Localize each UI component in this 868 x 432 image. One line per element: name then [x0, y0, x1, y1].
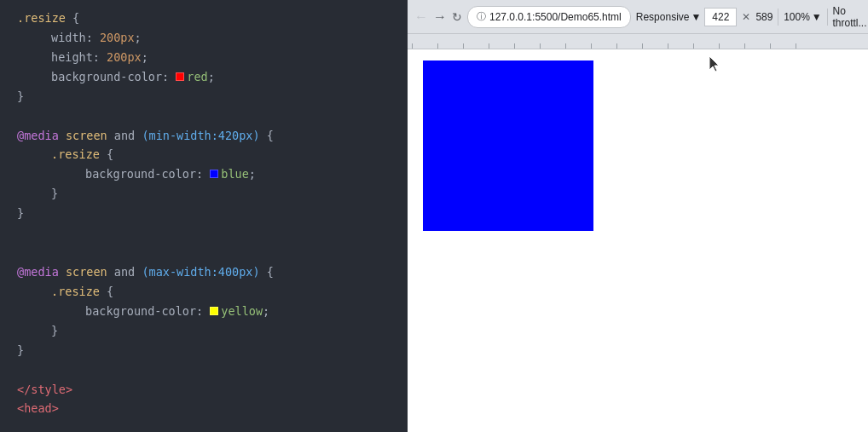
ruler-tick	[489, 43, 514, 49]
code-token: }	[51, 185, 58, 203]
code-token: .resize	[51, 146, 100, 164]
code-token: ;	[142, 49, 148, 66]
ruler-tick	[591, 43, 616, 49]
code-line-17: }	[0, 321, 408, 341]
code-token: background-color:	[85, 302, 210, 320]
code-line-20: </style>	[0, 380, 408, 400]
close-dim-button[interactable]: ✕	[740, 11, 752, 23]
code-token: ;	[249, 165, 256, 183]
code-line-9: background-color: blue;	[0, 164, 408, 184]
code-token: .resize	[51, 283, 100, 301]
code-token: {	[66, 9, 79, 27]
code-token: {	[260, 263, 274, 281]
code-token: blue	[221, 165, 249, 183]
width-input[interactable]	[704, 8, 737, 26]
code-token: ;	[208, 68, 215, 86]
code-line-18: }	[0, 341, 408, 360]
code-line-12	[0, 223, 408, 243]
ruler-tick	[770, 43, 796, 49]
code-token: }	[17, 204, 24, 222]
code-token: background-color:	[85, 165, 210, 183]
code-editor: .resize { width: 200px; height: 200px; b…	[0, 0, 408, 432]
ruler-tick	[796, 43, 821, 49]
code-token: red	[187, 68, 207, 86]
code-token: width:	[51, 29, 100, 47]
code-line-4: background-color: red;	[0, 67, 408, 87]
responsive-dropdown[interactable]: Responsive ▼	[636, 11, 702, 23]
ruler-tick	[514, 43, 540, 49]
zoom-arrow: ▼	[812, 11, 822, 23]
address-bar-wrapper: ⓘ 127.0.0.1:5500/Demo65.html	[467, 6, 631, 28]
back-button[interactable]: ←	[414, 7, 428, 27]
code-token: (min-width:420px)	[142, 127, 259, 145]
code-token: .resize	[17, 9, 66, 27]
code-line-6	[0, 107, 408, 126]
code-token: {	[260, 127, 274, 145]
responsive-dropdown-arrow: ▼	[691, 11, 701, 23]
svg-marker-0	[709, 56, 719, 72]
code-token: }	[51, 322, 58, 340]
preview-area	[408, 49, 868, 432]
color-swatch-blue	[210, 170, 218, 178]
color-swatch-red	[176, 72, 184, 81]
color-swatch-yellow	[210, 307, 218, 315]
throttle-label-text: No throttl...	[833, 5, 868, 29]
browser-panel: ← → ↻ ⓘ 127.0.0.1:5500/Demo65.html Respo…	[408, 0, 868, 432]
url-display[interactable]: 127.0.0.1:5500/Demo65.html	[489, 11, 622, 23]
code-token: height:	[51, 49, 107, 66]
separator	[778, 9, 778, 26]
code-token: ;	[263, 302, 269, 320]
code-token: }	[17, 342, 24, 360]
code-token: and	[114, 263, 135, 281]
code-token: 200px	[107, 49, 142, 66]
code-line-5: }	[0, 87, 408, 107]
code-line-1: .resize {	[0, 9, 408, 28]
code-token: @media	[17, 263, 59, 281]
ruler-tick	[668, 43, 693, 49]
separator2	[827, 9, 828, 26]
code-token: @media	[17, 127, 59, 145]
preview-blue-box	[423, 60, 593, 231]
code-line-3: height: 200px;	[0, 48, 408, 67]
forward-button[interactable]: →	[433, 7, 447, 27]
ruler-ticks	[408, 34, 821, 49]
info-icon: ⓘ	[477, 10, 486, 23]
browser-toolbar: ← → ↻ ⓘ 127.0.0.1:5500/Demo65.html Respo…	[408, 0, 868, 34]
code-token: }	[17, 88, 24, 106]
code-token: yellow	[221, 302, 263, 320]
zoom-dropdown[interactable]: 100% ▼	[784, 11, 822, 23]
ruler-tick	[642, 43, 668, 49]
code-token	[59, 263, 66, 281]
code-token: screen	[66, 127, 107, 145]
ruler-tick	[565, 43, 591, 49]
code-line-14: @media screen and (max-width:400px) {	[0, 262, 408, 282]
code-token	[59, 127, 66, 145]
ruler-tick	[437, 43, 463, 49]
ruler-tick	[616, 43, 642, 49]
code-token: ;	[135, 29, 142, 47]
code-token	[107, 127, 114, 145]
code-token: 200px	[100, 29, 135, 47]
reload-button[interactable]: ↻	[452, 7, 462, 27]
code-token	[107, 263, 114, 281]
code-line-19	[0, 360, 408, 380]
code-token: {	[100, 146, 113, 164]
throttle-dropdown[interactable]: No throttl... ▼	[833, 5, 869, 29]
code-token: </style>	[17, 381, 72, 399]
code-line-10: }	[0, 184, 408, 204]
responsive-controls: Responsive ▼ ✕ 589 100% ▼ No throttl... …	[636, 5, 868, 29]
code-line-7: @media screen and (min-width:420px) {	[0, 126, 408, 146]
zoom-value: 100%	[784, 11, 810, 23]
ruler-tick	[719, 43, 744, 49]
code-line-11: }	[0, 204, 408, 223]
code-line-16: background-color: yellow;	[0, 302, 408, 321]
cursor-icon	[709, 56, 721, 73]
ruler-tick	[540, 43, 565, 49]
ruler-tick	[744, 43, 770, 49]
responsive-label-text: Responsive	[636, 11, 690, 23]
code-line-15: .resize {	[0, 282, 408, 302]
code-line-13	[0, 243, 408, 262]
code-token	[135, 263, 142, 281]
code-token	[135, 127, 142, 145]
ruler-tick	[412, 43, 437, 49]
